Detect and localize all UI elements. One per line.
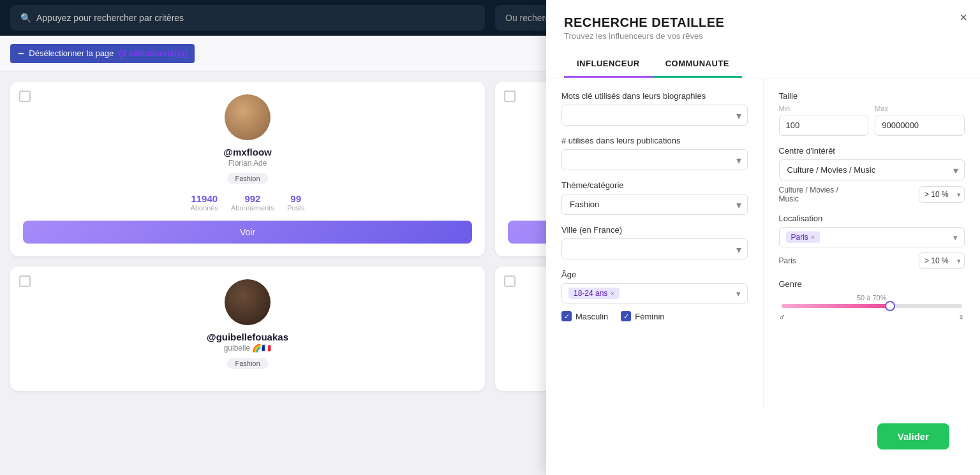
taille-min-label: Min bbox=[779, 105, 869, 112]
stat-abonnes-1: 11940 Abonnés bbox=[191, 193, 218, 212]
feminin-checkbox[interactable]: Féminin bbox=[621, 311, 664, 321]
card-checkbox-2[interactable] bbox=[504, 91, 516, 102]
centre-interet-select-wrapper: Culture / Movies / Music Fashion Sports … bbox=[779, 159, 965, 180]
culture-percent-select[interactable]: > 10 % > 20 % > 30 % bbox=[919, 186, 965, 203]
stat-abonnements-1: 992 Abonnements bbox=[231, 193, 274, 212]
masculin-checked-icon bbox=[561, 311, 572, 321]
hashtags-select[interactable] bbox=[561, 149, 748, 170]
panel-footer: Valider bbox=[546, 408, 980, 475]
avatar-1 bbox=[225, 94, 271, 140]
paris-percent-wrapper: > 10 % > 20 % > 30 % bbox=[919, 252, 965, 269]
search-panel: RECHERCHE DETAILLEE Trouvez les influenc… bbox=[546, 0, 980, 475]
tag-fashion-1: Fashion bbox=[227, 173, 267, 184]
search-icon: 🔍 bbox=[20, 13, 31, 23]
avatar-3 bbox=[225, 279, 271, 325]
genre-slider-thumb[interactable] bbox=[885, 301, 895, 311]
taille-size-row: Min Max bbox=[779, 105, 965, 136]
hashtags-select-wrapper bbox=[561, 149, 748, 170]
genre-label: Genre bbox=[779, 279, 965, 289]
mots-cle-select-wrapper bbox=[561, 105, 748, 126]
age-input-box[interactable]: 18-24 ans × ▾ bbox=[561, 283, 748, 303]
age-chevron-icon: ▾ bbox=[736, 289, 741, 298]
localisation-label: Localisation bbox=[779, 214, 965, 223]
taille-label: Taille bbox=[779, 91, 965, 101]
card-checkbox-1[interactable] bbox=[19, 91, 31, 102]
stat-posts-1: 99 Posts bbox=[287, 193, 305, 212]
genre-slider-fill bbox=[782, 304, 890, 308]
male-icon: ♂ bbox=[779, 312, 786, 322]
panel-subtitle: Trouvez les influenceurs de vos rêves bbox=[564, 31, 962, 41]
localisation-chevron-icon: ▾ bbox=[953, 233, 958, 242]
theme-select[interactable]: Fashion Beauty Sport Travel Food Lifesty… bbox=[561, 194, 748, 215]
panel-col-communaute: Taille Min Max Centre d'intérêt Culture … bbox=[764, 78, 981, 408]
deselect-button[interactable]: − Désélectionner la page (2 sélectionné(… bbox=[10, 44, 195, 63]
paris-percent-select[interactable]: > 10 % > 20 % > 30 % bbox=[919, 252, 965, 269]
card-handle-3: @guibellefouakas bbox=[207, 332, 288, 342]
tag-fashion-3: Fashion bbox=[227, 358, 267, 369]
genre-slider-icons: ♂ ♀ bbox=[779, 312, 965, 322]
taille-min-input[interactable] bbox=[779, 115, 869, 136]
ville-select-wrapper bbox=[561, 238, 748, 259]
localisation-input-box[interactable]: Paris × ▾ bbox=[779, 227, 965, 247]
culture-sub-row: Culture / Movies /Music > 10 % > 20 % > … bbox=[779, 186, 965, 203]
hashtags-label: # utilisés dans leurs publications bbox=[561, 136, 748, 145]
card-tags-1: Fashion bbox=[227, 173, 267, 184]
ville-select[interactable] bbox=[561, 238, 748, 259]
card-stats-1: 11940 Abonnés 992 Abonnements 99 Posts bbox=[191, 193, 305, 212]
feminin-checked-icon bbox=[621, 311, 631, 321]
ville-label: Ville (en France) bbox=[561, 225, 748, 235]
panel-body: Mots clé utilisés dans leurs biographies… bbox=[546, 78, 980, 408]
genre-slider-container: 50 à 70% ♂ ♀ bbox=[779, 294, 965, 322]
paris-sub-label: Paris bbox=[779, 256, 914, 265]
culture-sub-label: Culture / Movies /Music bbox=[779, 186, 914, 203]
taille-min-field: Min bbox=[779, 105, 869, 136]
gender-checkboxes: Masculin Féminin bbox=[561, 311, 748, 321]
main-search-box[interactable]: 🔍 Appuyez pour rechercher par critères bbox=[10, 5, 485, 31]
paris-tag: Paris × bbox=[786, 231, 820, 243]
influencer-card-1: @mxfloow Florian Ade Fashion 11940 Abonn… bbox=[10, 82, 485, 256]
taille-max-field: Max bbox=[875, 105, 965, 136]
main-content: @mxfloow Florian Ade Fashion 11940 Abonn… bbox=[0, 71, 980, 475]
card-checkbox-4[interactable] bbox=[504, 275, 516, 287]
age-label: Âge bbox=[561, 270, 748, 279]
minus-icon: − bbox=[18, 48, 24, 59]
panel-col-influenceur: Mots clé utilisés dans leurs biographies… bbox=[546, 78, 764, 408]
card-handle-1: @mxfloow bbox=[223, 147, 271, 157]
panel-header: RECHERCHE DETAILLEE Trouvez les influenc… bbox=[546, 0, 980, 78]
masculin-checkbox[interactable]: Masculin bbox=[561, 311, 608, 321]
centre-interet-select[interactable]: Culture / Movies / Music Fashion Sports … bbox=[779, 159, 965, 180]
genre-range-label: 50 à 70% bbox=[779, 294, 965, 302]
taille-max-label: Max bbox=[875, 105, 965, 112]
centre-interet-label: Centre d'intérêt bbox=[779, 146, 965, 156]
theme-label: Thème/catégorie bbox=[561, 180, 748, 190]
paris-tag-remove[interactable]: × bbox=[811, 233, 815, 241]
influencer-card-3: @guibellefouakas guibelle 🌈🇫🇷 Fashion bbox=[10, 267, 485, 391]
culture-percent-wrapper: > 10 % > 20 % > 30 % bbox=[919, 186, 965, 203]
deselect-label: Désélectionner la page bbox=[29, 48, 114, 58]
card-checkbox-3[interactable] bbox=[19, 275, 31, 287]
genre-slider-track bbox=[782, 304, 963, 308]
mots-cle-select[interactable] bbox=[561, 105, 748, 126]
female-icon: ♀ bbox=[958, 312, 965, 322]
close-button[interactable]: × bbox=[960, 10, 967, 25]
tab-influenceur[interactable]: INFLUENCEUR bbox=[564, 51, 653, 78]
theme-select-wrapper: Fashion Beauty Sport Travel Food Lifesty… bbox=[561, 194, 748, 215]
card-name-1: Florian Ade bbox=[228, 159, 267, 168]
taille-max-input[interactable] bbox=[875, 115, 965, 136]
card-tags-3: Fashion bbox=[227, 358, 267, 369]
selected-count: (2 sélectionné(s)) bbox=[119, 48, 187, 58]
mots-cle-label: Mots clé utilisés dans leurs biographies bbox=[561, 91, 748, 101]
age-tag: 18-24 ans × bbox=[568, 288, 620, 299]
panel-tabs: INFLUENCEUR COMMUNAUTE bbox=[564, 51, 962, 78]
valider-button[interactable]: Valider bbox=[877, 423, 949, 449]
tab-communaute[interactable]: COMMUNAUTE bbox=[653, 51, 742, 78]
main-search-placeholder: Appuyez pour rechercher par critères bbox=[36, 13, 184, 23]
paris-sub-row: Paris > 10 % > 20 % > 30 % bbox=[779, 252, 965, 269]
card-name-3: guibelle 🌈🇫🇷 bbox=[224, 344, 272, 353]
voir-button-1[interactable]: Voir bbox=[23, 221, 472, 244]
panel-title: RECHERCHE DETAILLEE bbox=[564, 15, 962, 30]
age-tag-remove[interactable]: × bbox=[610, 289, 614, 297]
